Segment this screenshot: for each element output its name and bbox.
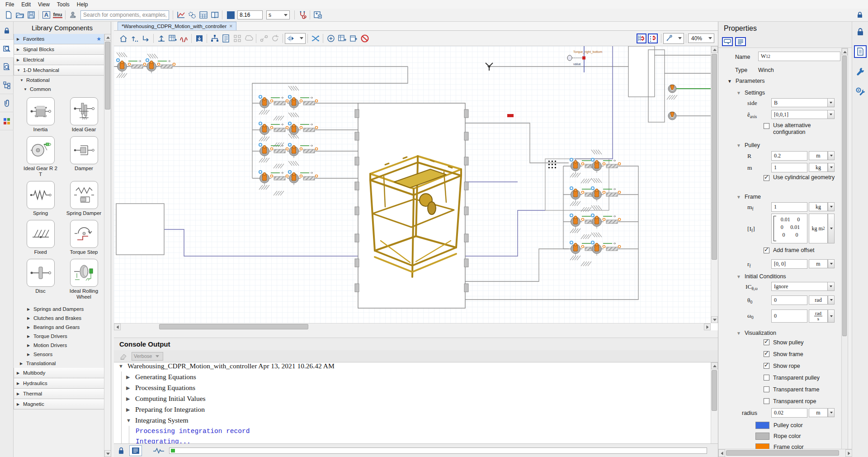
library-item-1d-mechanical[interactable]: ▼1-D Mechanical: [14, 65, 104, 76]
lock-properties-icon[interactable]: [852, 22, 868, 42]
radius-unit[interactable]: m: [809, 408, 835, 417]
annotation-button[interactable]: A: [41, 10, 52, 20]
zoom-level-select[interactable]: 40%: [688, 33, 714, 43]
go-up-level-button[interactable]: [129, 33, 140, 44]
probe-tool-button[interactable]: [297, 10, 308, 20]
save-button[interactable]: [25, 10, 37, 20]
flip-orientation-select[interactable]: [285, 33, 306, 44]
show-rope-checkbox[interactable]: [764, 363, 769, 369]
simulation-duration-input[interactable]: [237, 10, 263, 19]
layout-grid-button[interactable]: [231, 33, 243, 44]
alt-config-checkbox[interactable]: [764, 123, 769, 129]
library-item-signal-blocks[interactable]: ▶Signal Blocks: [14, 44, 104, 55]
search-input[interactable]: [80, 10, 169, 20]
side-select[interactable]: B: [771, 98, 835, 107]
library-item-translational[interactable]: ▶Translational: [14, 359, 104, 368]
library-item-motion-drivers[interactable]: ▶Motion Drivers: [14, 341, 104, 350]
transparent-frame-checkbox[interactable]: [764, 386, 769, 392]
console-filter-select[interactable]: Verbose: [132, 352, 163, 361]
multibody-view-icon[interactable]: [0, 112, 14, 130]
library-item-magnetic[interactable]: ▶Magnetic: [14, 399, 104, 409]
add-table-button[interactable]: [167, 33, 178, 44]
run-simulation-button[interactable]: [227, 11, 235, 19]
show-pulley-checkbox[interactable]: [764, 339, 769, 345]
transparent-pulley-checkbox[interactable]: [764, 375, 769, 381]
menu-tools[interactable]: Tools: [53, 0, 73, 9]
new-file-button[interactable]: [3, 10, 14, 20]
reroute-connections-button[interactable]: [310, 33, 321, 44]
library-item-bearings-and-gears[interactable]: ▶Bearings and Gears: [14, 323, 104, 332]
console-log[interactable]: ▼ Warehousing_CDPR_Motion_with_controlle…: [114, 362, 711, 457]
console-step[interactable]: ▼Integrating System: [126, 415, 711, 426]
status-document-view-button[interactable]: [129, 445, 142, 456]
pulley-m-unit[interactable]: kg: [809, 163, 835, 172]
probe-style-select[interactable]: [663, 33, 684, 44]
attachments-icon[interactable]: [0, 94, 14, 112]
console-scrollbar[interactable]: [711, 362, 718, 457]
library-item-multibody[interactable]: ▶Multibody: [14, 368, 104, 378]
pulley-section-header[interactable]: ▼Pulley: [736, 142, 760, 148]
frame-color-swatch[interactable]: [755, 443, 769, 449]
pulley-color-swatch[interactable]: [755, 422, 769, 429]
tab-close-icon[interactable]: ×: [229, 23, 232, 29]
transparent-rope-checkbox[interactable]: [764, 398, 769, 404]
properties-tab-icon[interactable]: [852, 42, 868, 62]
schematic-canvas[interactable]: Torque_right_bottom value: [114, 46, 718, 330]
properties-vertical-scrollbar[interactable]: [841, 48, 848, 457]
canvas-horizontal-scrollbar[interactable]: [114, 323, 711, 330]
radius-input[interactable]: 0.02: [771, 408, 807, 418]
menu-view[interactable]: View: [34, 0, 53, 9]
parameters-view-toggle[interactable]: [735, 37, 746, 46]
omega0-input[interactable]: 0: [771, 309, 807, 323]
library-scrollbar[interactable]: [104, 34, 111, 457]
menu-file[interactable]: File: [2, 0, 18, 9]
plot-window-button[interactable]: [175, 10, 186, 20]
properties-horizontal-scrollbar[interactable]: [718, 449, 852, 457]
rope-color-swatch[interactable]: [755, 433, 769, 440]
component-ideal-gear-r2t[interactable]: Ideal Gear R 2 T: [21, 136, 61, 177]
forbid-connection-button[interactable]: [359, 33, 370, 44]
component-ideal-gear[interactable]: Ideal Gear: [64, 97, 104, 133]
annotation-view-toggle[interactable]: [722, 37, 733, 46]
ic-select[interactable]: Ignore: [771, 282, 835, 291]
controller-block[interactable]: [116, 204, 164, 255]
component-inertia[interactable]: Inertia: [21, 97, 61, 133]
documentation-button[interactable]: [209, 10, 220, 20]
lock-layout-icon[interactable]: [0, 22, 14, 40]
home-view-button[interactable]: [118, 33, 129, 44]
component-disc[interactable]: Disc: [21, 259, 61, 300]
status-simulation-icon[interactable]: [153, 447, 165, 454]
flow-source-marker[interactable]: [507, 114, 514, 117]
add-parameter-table-button[interactable]: [336, 33, 348, 44]
library-item-common[interactable]: ▼Common: [14, 85, 104, 94]
add-port-button[interactable]: [325, 33, 336, 44]
pulley-r-input[interactable]: 0.2: [771, 151, 807, 161]
document-tab[interactable]: *Warehousing_CDPR_Motion_with_controller…: [118, 22, 236, 30]
initial-conditions-section-header[interactable]: ▼Initial Conditions: [736, 273, 786, 280]
frame-section-header[interactable]: ▼Frame: [736, 194, 761, 200]
show-hierarchy-button[interactable]: [209, 33, 220, 44]
frame-mf-input[interactable]: 1: [771, 202, 807, 212]
console-step[interactable]: ▶Processing Equations: [126, 382, 711, 393]
component-spring[interactable]: Spring: [21, 181, 61, 216]
theta0-input[interactable]: 0: [771, 295, 807, 305]
frame-mf-unit[interactable]: kg: [809, 202, 835, 211]
menu-help[interactable]: Help: [73, 0, 92, 9]
cylindrical-checkbox[interactable]: [764, 175, 769, 181]
library-item-torque-drivers[interactable]: ▶Torque Drivers: [14, 332, 104, 341]
parameters-section-header[interactable]: ▼Parameters: [727, 78, 765, 84]
go-into-subsystem-button[interactable]: [140, 33, 151, 44]
toolbar-lock-icon[interactable]: [854, 10, 865, 20]
model-tree-icon[interactable]: [0, 76, 14, 94]
component-damper[interactable]: Damper: [64, 136, 104, 177]
cad-subsystem-block[interactable]: [355, 103, 468, 308]
menu-edit[interactable]: Edit: [18, 0, 34, 9]
clear-console-icon[interactable]: [118, 351, 129, 362]
analysis-button[interactable]: [186, 10, 198, 20]
snap-to-grid-toggle[interactable]: [637, 33, 646, 43]
pulley-m-input[interactable]: 1: [771, 163, 807, 172]
equations-button[interactable]: [178, 33, 189, 44]
theta0-unit[interactable]: rad: [809, 295, 835, 305]
console-run-header[interactable]: ▼ Warehousing_CDPR_Motion_with_controlle…: [118, 362, 711, 371]
library-item-springs-and-dampers[interactable]: ▶Springs and Dampers: [14, 305, 104, 314]
